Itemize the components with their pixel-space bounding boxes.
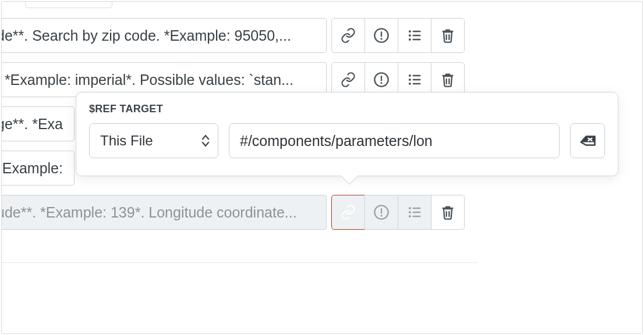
- ref-button[interactable]: [331, 18, 365, 53]
- svg-point-13: [380, 82, 382, 84]
- delete-button[interactable]: [431, 18, 465, 53]
- svg-point-16: [409, 83, 411, 85]
- svg-point-3: [409, 30, 411, 33]
- popover-title: $REF TARGET: [89, 103, 605, 115]
- row-actions: [331, 195, 465, 230]
- parameter-description: *Example:: [1, 160, 63, 177]
- parameter-description: ge**. *Exa: [1, 116, 63, 133]
- warning-button[interactable]: [365, 18, 398, 53]
- ref-path-input[interactable]: [229, 123, 560, 158]
- parameter-row[interactable]: de**. Search by zip code. *Example: 9505…: [1, 18, 327, 53]
- parameter-description: . *Example: imperial*. Possible values: …: [1, 72, 293, 88]
- clear-button[interactable]: [570, 123, 605, 158]
- delete-button[interactable]: [431, 195, 465, 230]
- svg-point-14: [409, 74, 411, 77]
- ref-source-select[interactable]: This File: [89, 123, 218, 158]
- parameter-row[interactable]: ude**. *Example: 139*. Longitude coordin…: [1, 195, 327, 230]
- list-button[interactable]: [398, 18, 431, 53]
- list-button[interactable]: [398, 195, 431, 230]
- ref-button[interactable]: [331, 195, 365, 230]
- svg-point-27: [409, 215, 411, 218]
- ref-source-value: This File: [100, 133, 153, 149]
- svg-point-26: [409, 211, 411, 213]
- svg-point-4: [409, 34, 411, 37]
- popover-arrow-icon: [340, 166, 358, 184]
- tab-fragment: [25, 1, 112, 8]
- svg-point-5: [409, 38, 411, 41]
- divider: [1, 262, 477, 263]
- svg-point-25: [409, 207, 411, 209]
- parameter-description: ude**. *Example: 139*. Longitude coordin…: [1, 204, 297, 221]
- row-actions: [331, 18, 465, 53]
- svg-point-15: [409, 79, 411, 81]
- select-caret-icon: [201, 135, 210, 147]
- ref-target-popover: $REF TARGET This File: [76, 92, 618, 176]
- parameter-description: de**. Search by zip code. *Example: 9505…: [1, 27, 291, 44]
- svg-point-24: [380, 215, 382, 216]
- parameter-row[interactable]: *Example:: [1, 151, 75, 186]
- warning-button[interactable]: [365, 195, 398, 230]
- parameter-row[interactable]: ge**. *Exa: [1, 106, 75, 141]
- svg-point-2: [380, 38, 382, 40]
